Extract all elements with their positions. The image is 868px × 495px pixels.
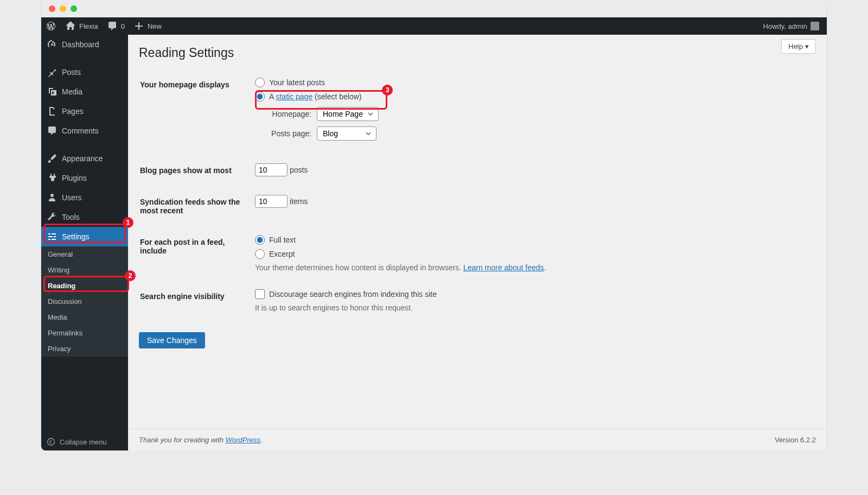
sidebar-item-label: Posts — [62, 68, 81, 77]
macos-title-bar — [41, 0, 827, 17]
user-account-menu[interactable]: Howdy, admin — [759, 17, 822, 35]
full-text-label[interactable]: Full text — [269, 236, 296, 244]
user-icon — [47, 192, 58, 203]
syndication-unit: items — [290, 197, 308, 206]
sidebar-item-comments[interactable]: Comments — [41, 121, 128, 141]
comments-count: 0 — [121, 22, 125, 30]
submenu-reading[interactable]: Reading — [41, 278, 128, 294]
blog-pages-unit: posts — [290, 166, 308, 174]
sidebar-item-label: Settings — [62, 232, 90, 241]
sidebar-item-media[interactable]: Media — [41, 82, 128, 101]
wrench-icon — [47, 212, 58, 223]
sidebar-item-plugins[interactable]: Plugins — [41, 168, 128, 188]
page-icon — [47, 106, 58, 117]
discourage-note: It is up to search engines to honor this… — [255, 303, 809, 312]
help-tab[interactable]: Help ▾ — [781, 39, 816, 54]
comment-icon — [47, 125, 58, 136]
wordpress-icon — [46, 21, 56, 31]
brush-icon — [47, 153, 58, 164]
sidebar-item-label: Users — [62, 193, 82, 202]
pin-icon — [47, 67, 58, 78]
discourage-label[interactable]: Discourage search engines from indexing … — [269, 290, 437, 299]
submenu-writing[interactable]: Writing — [41, 262, 128, 278]
sidebar-item-tools[interactable]: Tools — [41, 207, 128, 227]
minimize-window-button[interactable] — [60, 5, 66, 12]
sidebar-item-label: Media — [62, 87, 82, 96]
sidebar-item-label: Comments — [62, 126, 99, 135]
sidebar-item-label: Tools — [62, 213, 80, 221]
footer-bar: Thank you for creating with WordPress. V… — [128, 429, 827, 450]
help-label: Help — [788, 42, 803, 50]
learn-feeds-link[interactable]: Learn more about feeds — [463, 263, 544, 272]
radio-latest-posts[interactable] — [255, 78, 265, 87]
home-icon — [65, 21, 76, 31]
excerpt-label[interactable]: Excerpt — [269, 250, 295, 258]
chevron-down-icon: ▾ — [805, 42, 809, 50]
admin-sidebar: Dashboard Posts Media Pages Comment — [41, 35, 128, 450]
comments-menu[interactable]: 0 — [103, 17, 129, 35]
annotation-badge-3: 3 — [382, 85, 393, 96]
latest-posts-label[interactable]: Your latest posts — [269, 78, 325, 87]
submenu-discussion[interactable]: Discussion — [41, 294, 128, 309]
feed-include-label: For each post in a feed, include — [140, 227, 248, 280]
svg-point-0 — [48, 439, 55, 446]
annotation-badge-1: 1 — [123, 217, 133, 228]
syndication-input[interactable] — [255, 195, 288, 208]
collapse-menu-button[interactable]: Collapse menu — [41, 433, 128, 450]
sidebar-item-pages[interactable]: Pages — [41, 101, 128, 121]
dashboard-icon — [47, 39, 58, 50]
blog-pages-input[interactable] — [255, 163, 288, 176]
comment-icon — [107, 21, 118, 31]
feed-description: Your theme determines how content is dis… — [255, 263, 809, 272]
sidebar-item-label: Plugins — [62, 174, 87, 182]
new-label: New — [148, 22, 162, 30]
radio-excerpt[interactable] — [255, 249, 265, 259]
media-icon — [47, 86, 58, 97]
sidebar-item-label: Pages — [62, 107, 84, 116]
wp-logo-menu[interactable] — [41, 17, 61, 35]
posts-page-select-label: Posts page: — [268, 129, 311, 138]
blog-pages-label: Blog pages show at most — [140, 155, 248, 186]
sidebar-item-label: Appearance — [62, 154, 103, 163]
page-title: Reading Settings — [139, 35, 816, 68]
static-page-link[interactable]: static page — [276, 92, 312, 101]
content-area: Help ▾ Reading Settings Your homepage di… — [128, 35, 827, 450]
footer-thanks: Thank you for creating with — [139, 436, 226, 444]
save-button[interactable]: Save Changes — [139, 332, 205, 348]
plug-icon — [47, 173, 58, 183]
radio-full-text[interactable] — [255, 235, 265, 245]
homepage-displays-label: Your homepage displays — [140, 69, 248, 154]
posts-page-select[interactable]: Blog — [317, 126, 376, 141]
collapse-label: Collapse menu — [60, 438, 107, 446]
homepage-select-label: Homepage: — [268, 110, 311, 118]
submenu-general[interactable]: General — [41, 246, 128, 262]
sidebar-item-dashboard[interactable]: Dashboard — [41, 35, 128, 54]
plus-icon — [133, 21, 144, 31]
avatar — [810, 22, 819, 30]
howdy-text: Howdy, admin — [763, 22, 807, 30]
version-text: Version 6.2.2 — [775, 436, 816, 444]
submenu-media[interactable]: Media — [41, 309, 128, 325]
syndication-label: Syndication feeds show the most recent — [140, 187, 248, 226]
wordpress-link[interactable]: WordPress — [226, 436, 260, 444]
static-page-label[interactable]: A static page (select below) — [269, 92, 361, 101]
maximize-window-button[interactable] — [71, 5, 77, 12]
sidebar-item-posts[interactable]: Posts — [41, 62, 128, 82]
annotation-badge-2: 2 — [125, 270, 136, 281]
close-window-button[interactable] — [49, 5, 55, 12]
homepage-select[interactable]: Home Page — [317, 107, 379, 121]
checkbox-discourage-search[interactable] — [255, 289, 265, 299]
admin-bar: Flexia 0 New Howdy, admin — [41, 17, 827, 35]
submenu-privacy[interactable]: Privacy — [41, 341, 128, 357]
site-name-menu[interactable]: Flexia — [61, 17, 103, 35]
sidebar-item-users[interactable]: Users — [41, 188, 128, 207]
sidebar-item-label: Dashboard — [62, 40, 99, 49]
sidebar-item-appearance[interactable]: Appearance — [41, 149, 128, 168]
submenu-permalinks[interactable]: Permalinks — [41, 325, 128, 341]
site-name-label: Flexia — [79, 22, 98, 30]
new-content-menu[interactable]: New — [129, 17, 166, 35]
settings-submenu: General Writing Reading Discussion Media… — [41, 246, 128, 357]
radio-static-page[interactable] — [255, 92, 265, 101]
collapse-icon — [47, 437, 55, 446]
sidebar-item-settings[interactable]: Settings — [41, 227, 128, 246]
